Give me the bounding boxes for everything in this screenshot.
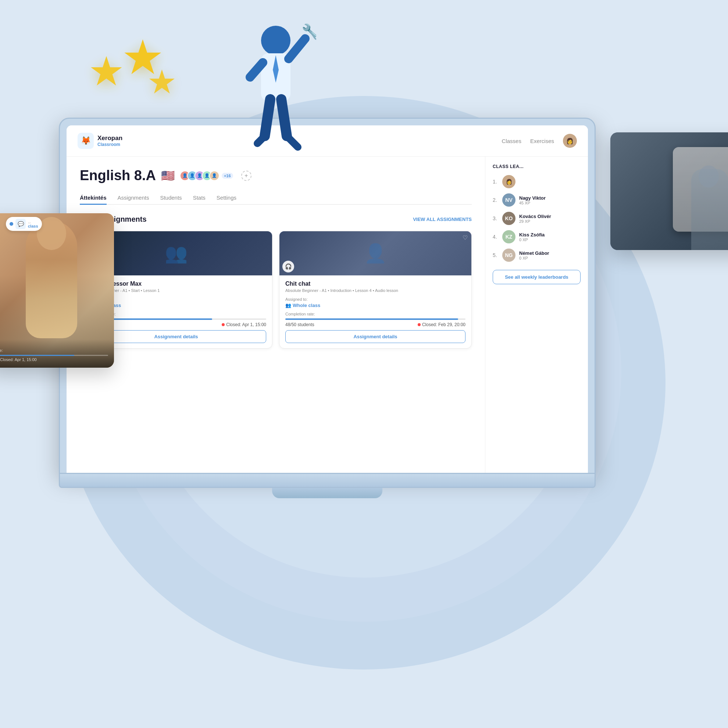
- svg-text:🔧: 🔧: [301, 23, 316, 40]
- laptop-stand: [272, 488, 382, 498]
- leader-5: 5. NG Német Gábor 0 XP: [493, 249, 581, 262]
- leader-avatar-3: KO: [502, 212, 515, 225]
- leader-avatar-1: 👩: [502, 175, 515, 188]
- star-1: ★: [88, 48, 125, 95]
- nav-tabs: Áttekintés Assignments Students Stats Se…: [80, 191, 472, 205]
- laptop-screen: 🦊 Xeropan Classroom Classes Exercises 👩: [59, 118, 596, 474]
- laptop-base: [59, 474, 596, 488]
- card-notification-pill: 💬 ... class: [6, 217, 42, 231]
- card-class-label: class: [28, 224, 38, 228]
- app-content: English 8.A 🇺🇸 👤 👤 👤 👤 👤 +16: [67, 157, 588, 473]
- svg-line-8: [265, 99, 270, 136]
- tab-stats[interactable]: Stats: [193, 191, 205, 205]
- stat-label: rate:: [0, 348, 3, 353]
- svg-line-6: [289, 38, 305, 59]
- card-2-completion-label: Completion rate:: [285, 312, 465, 316]
- kid-photo: [610, 132, 728, 250]
- rank-4: 4.: [493, 234, 499, 240]
- leader-4: 4. KZ Kiss Zsófia 0 XP: [493, 230, 581, 243]
- closed-dot-1: [222, 323, 225, 326]
- leader-5-name: Német Gábor: [519, 250, 581, 256]
- right-panel: CLASS LEA... 1. 👩 2. NV: [485, 157, 588, 473]
- leader-5-info: Német Gábor 0 XP: [519, 250, 581, 260]
- leader-2: 2. NV Nagy Viktor 45 XP: [493, 193, 581, 206]
- leader-4-name: Kiss Zsófia: [519, 232, 581, 237]
- logo-icon: 🦊: [78, 133, 94, 149]
- leader-avatar-2: NV: [502, 193, 515, 206]
- leader-3-info: Kovács Olivér 29 XP: [519, 214, 581, 223]
- rank-1: 1.: [493, 179, 499, 185]
- leader-2-name: Nagy Viktor: [519, 195, 581, 201]
- main-panel: English 8.A 🇺🇸 👤 👤 👤 👤 👤 +16: [67, 157, 485, 473]
- hero-illustration: 🔧: [220, 18, 324, 173]
- card-2-completion-fill: [285, 318, 458, 320]
- card-2-title: Chit chat: [285, 281, 465, 287]
- card-2-completion-bar: [285, 318, 465, 320]
- rank-2: 2.: [493, 197, 499, 203]
- tab-exercises[interactable]: Exercises: [530, 138, 554, 144]
- leader-avatar-5: NG: [502, 249, 515, 262]
- card-2-completion-text: 48/50 students: [285, 322, 314, 327]
- leader-4-xp: 0 XP: [519, 237, 581, 242]
- tab-overview[interactable]: Áttekintés: [80, 191, 107, 205]
- assignment-details-btn-2[interactable]: Assignment details: [285, 330, 465, 343]
- laptop-frame: 🦊 Xeropan Classroom Classes Exercises 👩: [59, 118, 596, 498]
- notif-dot: [9, 222, 13, 226]
- card-2-image: 👤 ♡ 🎧: [280, 231, 471, 275]
- svg-line-12: [287, 136, 298, 147]
- app-name: Xeropan: [98, 135, 122, 142]
- left-card-overlay: rate: Closed: Apr 1, 15:00: [0, 340, 114, 368]
- card-2-heart[interactable]: ♡: [463, 234, 468, 241]
- leader-4-info: Kiss Zsófia 0 XP: [519, 232, 581, 242]
- closed-dot-2: [418, 323, 421, 326]
- tab-students[interactable]: Students: [160, 191, 182, 205]
- star-decoration: ★ ★ ★: [81, 26, 199, 129]
- card-2-body: Chit chat Absolute Beginner - A1 • Intro…: [280, 275, 471, 348]
- tab-assignments[interactable]: Assignments: [118, 191, 149, 205]
- see-leaderboards-button[interactable]: See all weekly leaderboards: [493, 270, 581, 284]
- card-2-assigned-to: 👥 Whole class: [285, 303, 465, 308]
- card-2-subtitle: Absolute Beginner - A1 • Introduction • …: [285, 288, 465, 293]
- svg-line-9: [281, 99, 287, 136]
- assignments-grid: 👥 💬 Meet Professor Max Absolute Beginner…: [80, 231, 472, 349]
- card-2-closed-badge: Closed: Feb 29, 20:00: [418, 322, 465, 327]
- card-2-icon: 🎧: [282, 261, 294, 272]
- tab-classes[interactable]: Classes: [502, 138, 522, 144]
- svg-line-7: [250, 63, 263, 77]
- float-card-left: 💬 ... class rate: Closed: Apr 1, 15:00: [0, 213, 114, 368]
- rate-bar: [0, 355, 108, 356]
- whole-class-badge-2: 👥 Whole class: [285, 303, 320, 308]
- leader-2-xp: 45 XP: [519, 201, 581, 205]
- leader-3-name: Kovács Olivér: [519, 214, 581, 219]
- closed-label-left: Closed: Apr 1, 15:00: [0, 357, 37, 362]
- avatar-count: +16: [222, 173, 233, 179]
- avatar-5: 👤: [209, 171, 220, 181]
- rate-fill: [0, 355, 74, 356]
- rank-3: 3.: [493, 216, 499, 221]
- svg-point-3: [261, 26, 291, 55]
- leader-1: 1. 👩: [493, 175, 581, 188]
- card-1-closed-badge: Closed: Apr 1, 15:00: [222, 322, 266, 327]
- leader-3-xp: 29 XP: [519, 219, 581, 223]
- float-card-right: [610, 132, 728, 250]
- app-subtitle: Classroom: [98, 142, 122, 147]
- view-all-link[interactable]: VIEW ALL ASSIGNMENTS: [413, 217, 472, 222]
- card-overlay-text: ...: [28, 220, 38, 224]
- class-flag: 🇺🇸: [161, 169, 174, 182]
- class-title: English 8.A: [80, 168, 156, 184]
- logo-text: Xeropan Classroom: [98, 135, 122, 147]
- tab-settings[interactable]: Settings: [217, 191, 236, 205]
- card-2-assigned-label: Assigned to:: [285, 297, 465, 301]
- logo: 🦊 Xeropan Classroom: [78, 133, 122, 149]
- section-header: Open Assignments VIEW ALL ASSIGNMENTS: [80, 215, 472, 223]
- svg-line-11: [257, 136, 265, 144]
- app-screen: 🦊 Xeropan Classroom Classes Exercises 👩: [67, 125, 588, 473]
- people-icon-2: 👥: [285, 303, 291, 308]
- leader-avatar-4: KZ: [502, 230, 515, 243]
- leaderboard-title: CLASS LEA...: [493, 164, 581, 169]
- leader-5-xp: 0 XP: [519, 256, 581, 260]
- assignment-card-2: 👤 ♡ 🎧 Chit chat Absolute Beginner - A1 •…: [279, 231, 472, 349]
- leader-3: 3. KO Kovács Olivér 29 XP: [493, 212, 581, 225]
- card-2-completion: Completion rate: 48/50 students: [285, 312, 465, 327]
- user-avatar[interactable]: 👩: [563, 134, 577, 148]
